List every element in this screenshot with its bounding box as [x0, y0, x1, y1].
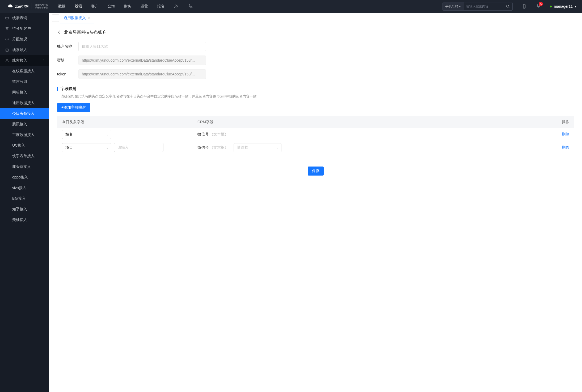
toutiao-field-select[interactable]: 姓名⌄	[62, 130, 111, 139]
top-nav-item[interactable]: 公海	[108, 4, 115, 9]
sidebar-subitem[interactable]: 腾讯接入	[0, 119, 49, 130]
svg-rect-7	[5, 17, 8, 19]
save-button[interactable]: 保存	[308, 167, 324, 176]
logo-icon	[7, 3, 13, 9]
sidebar-subitem[interactable]: UC接入	[0, 140, 49, 151]
search-type-select[interactable]: 手机号码 ▾	[443, 2, 463, 10]
crm-field-type: （文本框）	[210, 145, 228, 150]
table-header: 今日头条字段 CRM字段 操作	[57, 116, 574, 128]
content: 北京昱新科技头条账户 账户名称 密钥 token 字段映射 请确保您在此填写的头…	[49, 23, 582, 392]
chevron-down-icon: ▾	[459, 5, 461, 8]
toutiao-field-select[interactable]: 项目⌄	[62, 143, 111, 152]
top-nav-item[interactable]: 财务	[124, 4, 132, 9]
sidebar-subitem[interactable]: 留言分组	[0, 76, 49, 87]
sidebar-icon	[5, 27, 9, 31]
sidebar-subitem[interactable]: 通用数据接入	[0, 98, 49, 108]
th-crm: CRM字段	[197, 120, 551, 125]
sidebar-subitem[interactable]: 百度数据接入	[0, 130, 49, 140]
form-row-token: token	[57, 69, 574, 79]
top-nav-item[interactable]: 运营	[141, 4, 148, 9]
svg-point-11	[6, 59, 7, 60]
table-row: 项目⌄微信号（文本框）请选择⌄删除	[57, 141, 574, 154]
tab-close-icon[interactable]: ✕	[88, 16, 91, 20]
footer-bar: 保存	[49, 162, 582, 180]
main: 通用数据接入✕ 北京昱新科技头条账户 账户名称 密钥 token	[49, 13, 582, 392]
sidebar-item[interactable]: 分配情况	[0, 34, 49, 45]
search-input[interactable]	[463, 2, 503, 10]
logo-brand: 云朵CRM	[15, 4, 28, 9]
status-dot-icon	[550, 6, 552, 7]
account-name-label: 账户名称	[57, 44, 78, 49]
svg-point-6	[524, 8, 525, 8]
secret-input[interactable]	[78, 56, 206, 65]
call-icon[interactable]	[188, 4, 193, 9]
section-header: 字段映射	[57, 86, 574, 91]
header-right: 手机号码 ▾ 5 manager11 ▾	[442, 2, 576, 11]
sidebar-toggle-button[interactable]	[52, 14, 59, 22]
sidebar-subitem[interactable]: 网校接入	[0, 87, 49, 98]
phone-device-icon[interactable]	[522, 4, 527, 9]
chevron-down-icon: ⌄	[106, 146, 108, 150]
sidebar-item[interactable]: 线索接入⌃	[0, 55, 49, 66]
section-bar-icon	[57, 87, 58, 91]
sidebar-item-label: 待分配客户	[12, 26, 31, 31]
th-toutiao: 今日头条字段	[62, 120, 197, 125]
sidebar-item[interactable]: 待分配客户	[0, 23, 49, 34]
svg-line-4	[508, 7, 509, 8]
delete-row-button[interactable]: 删除	[562, 132, 569, 136]
sidebar-subitem[interactable]: 今日头条接入	[0, 108, 49, 119]
tab-label: 通用数据接入	[64, 16, 86, 20]
section-title: 字段映射	[61, 86, 77, 91]
page-title-row: 北京昱新科技头条账户	[57, 30, 574, 35]
mapping-table: 今日头条字段 CRM字段 操作 姓名⌄微信号（文本框）删除项目⌄微信号（文本框）…	[57, 116, 574, 154]
th-action: 操作	[551, 120, 569, 125]
user-add-icon[interactable]	[174, 4, 179, 9]
sidebar-icon	[5, 37, 9, 41]
sidebar-subitem[interactable]: vivo接入	[0, 183, 49, 193]
chevron-down-icon: ⌄	[106, 133, 108, 136]
sidebar-icon	[5, 16, 9, 20]
sidebar-subitem[interactable]: B站接入	[0, 193, 49, 204]
crm-field-label: 微信号	[197, 132, 209, 136]
sidebar-subitem[interactable]: 美柚接入	[0, 215, 49, 225]
top-nav: 数据线索客户公海财务运营报名	[49, 4, 193, 9]
svg-point-3	[507, 5, 509, 7]
crm-field-select[interactable]: 请选择⌄	[234, 143, 281, 152]
back-button[interactable]	[57, 30, 61, 35]
top-nav-item[interactable]: 客户	[91, 4, 99, 9]
sidebar: 线索查询待分配客户分配情况线索导入线索接入⌃在线客服接入留言分组网校接入通用数据…	[0, 13, 49, 392]
crm-field-label: 微信号	[197, 145, 209, 150]
table-row: 姓名⌄微信号（文本框）删除	[57, 128, 574, 141]
sidebar-item[interactable]: 线索导入	[0, 45, 49, 55]
sidebar-item[interactable]: 线索查询	[0, 13, 49, 23]
chevron-up-icon: ⌃	[42, 59, 44, 62]
search-wrap: 手机号码 ▾	[442, 2, 513, 11]
notifications-button[interactable]: 5	[536, 3, 541, 9]
sidebar-subitem[interactable]: 趣头条接入	[0, 161, 49, 172]
sidebar-subitem[interactable]: 知乎接入	[0, 204, 49, 215]
tab[interactable]: 通用数据接入✕	[60, 13, 94, 23]
top-nav-item[interactable]: 数据	[58, 4, 66, 9]
token-input[interactable]	[78, 69, 206, 79]
section-hint: 请确保您在此填写的头条自定义字段名称与在今日头条平台中自定义的字段名称一致，并且…	[57, 94, 574, 99]
chevron-down-icon: ⌄	[276, 146, 279, 149]
toutiao-field-input[interactable]	[114, 143, 163, 152]
account-name-input[interactable]	[78, 42, 206, 51]
username: manager11	[554, 4, 573, 8]
top-nav-item[interactable]: 报名	[157, 4, 165, 9]
form-row-account-name: 账户名称	[57, 42, 574, 51]
top-nav-item[interactable]: 线索	[75, 4, 82, 9]
tabs-bar: 通用数据接入✕	[49, 13, 582, 23]
user-menu[interactable]: manager11 ▾	[550, 4, 576, 8]
delete-row-button[interactable]: 删除	[562, 145, 569, 150]
top-header: 云朵CRM 教育机构一站 式服务云平台 数据线索客户公海财务运营报名 手机号码 …	[0, 0, 582, 13]
sidebar-subitem[interactable]: 快手表单接入	[0, 151, 49, 161]
add-field-mapping-button[interactable]: +添加字段映射	[57, 103, 90, 112]
secret-label: 密钥	[57, 58, 78, 63]
sidebar-icon	[5, 58, 9, 63]
crm-field-type: （文本框）	[210, 132, 228, 136]
search-button[interactable]	[503, 2, 512, 10]
page-title: 北京昱新科技头条账户	[64, 30, 107, 35]
sidebar-subitem[interactable]: oppo接入	[0, 172, 49, 183]
sidebar-subitem[interactable]: 在线客服接入	[0, 66, 49, 76]
